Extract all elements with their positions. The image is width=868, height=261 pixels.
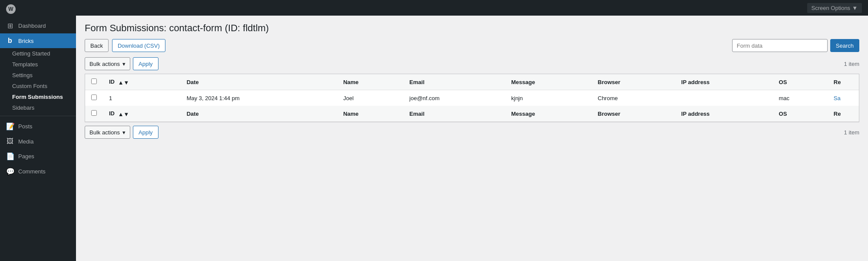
bricks-icon: b — [6, 37, 14, 45]
row-ip-address — [675, 90, 773, 106]
col-header-ip-address: IP address — [675, 74, 773, 90]
submissions-table: ID ▲▼ Date Name Email Message Browser IP… — [85, 74, 859, 122]
bulk-actions-top-bar: Bulk actions ▾ Apply 1 item — [85, 57, 859, 70]
bulk-actions-top-left: Bulk actions ▾ Apply — [85, 57, 158, 70]
submissions-table-wrapper: ID ▲▼ Date Name Email Message Browser IP… — [85, 74, 859, 122]
sidebar-subitem-templates[interactable]: Templates — [0, 59, 76, 70]
sidebar-item-posts[interactable]: 📝 Posts — [0, 119, 76, 134]
row-message: kjnjn — [505, 90, 591, 106]
row-checkbox[interactable] — [91, 95, 97, 100]
sidebar-item-comments[interactable]: 💬 Comments — [0, 164, 76, 179]
bulk-actions-bottom-bar: Bulk actions ▾ Apply 1 item — [85, 126, 859, 139]
sidebar-subitem-form-submissions[interactable]: Form Submissions — [0, 91, 76, 102]
chevron-down-icon: ▼ — [852, 5, 858, 11]
col-header-id[interactable]: ID ▲▼ — [103, 74, 181, 90]
sidebar: W ⊞ Dashboard b Bricks Getting Started T… — [0, 0, 76, 261]
search-input[interactable] — [732, 39, 828, 52]
bulk-actions-dropdown-top[interactable]: Bulk actions ▾ — [85, 57, 130, 70]
chevron-down-icon: ▾ — [122, 129, 125, 136]
select-all-checkbox-footer[interactable] — [91, 110, 97, 116]
sidebar-item-media[interactable]: 🖼 Media — [0, 134, 76, 149]
sidebar-subitem-getting-started[interactable]: Getting Started — [0, 48, 76, 59]
apply-button-top[interactable]: Apply — [133, 57, 158, 70]
wordpress-icon: W — [6, 4, 16, 14]
row-id: 1 — [103, 90, 181, 106]
page-title: Form Submissions: contact-form (ID: fldt… — [85, 23, 859, 34]
download-csv-button[interactable]: Download (CSV) — [112, 39, 165, 52]
bulk-actions-label: Bulk actions — [89, 61, 120, 67]
sidebar-item-label: Dashboard — [18, 23, 46, 29]
sidebar-item-dashboard[interactable]: ⊞ Dashboard — [0, 18, 76, 33]
col-header-browser: Browser — [592, 74, 675, 90]
col-header-email: Email — [403, 74, 505, 90]
media-icon: 🖼 — [6, 137, 14, 145]
table-header-row: ID ▲▼ Date Name Email Message Browser IP… — [85, 74, 859, 90]
table-footer-row: ID ▲▼ Date Name Email Message Browser IP… — [85, 106, 859, 122]
comments-icon: 💬 — [6, 167, 14, 176]
sidebar-subitem-settings[interactable]: Settings — [0, 70, 76, 81]
bulk-actions-label: Bulk actions — [89, 129, 120, 136]
row-email: joe@nf.com — [403, 90, 505, 106]
chevron-down-icon: ▾ — [122, 61, 125, 67]
sort-icon-id-footer: ▲▼ — [118, 111, 129, 117]
sidebar-item-pages[interactable]: 📄 Pages — [0, 149, 76, 164]
col-footer-browser: Browser — [592, 106, 675, 122]
row-re: Sa — [828, 90, 859, 106]
pages-icon: 📄 — [6, 152, 14, 160]
sidebar-item-label: Comments — [18, 168, 46, 175]
row-name: Joel — [337, 90, 403, 106]
col-footer-date: Date — [181, 106, 337, 122]
col-footer-os: OS — [773, 106, 828, 122]
row-browser: Chrome — [592, 90, 675, 106]
bulk-actions-bottom-left: Bulk actions ▾ Apply — [85, 126, 158, 139]
posts-icon: 📝 — [6, 122, 14, 130]
col-footer-message: Message — [505, 106, 591, 122]
content-area: Form Submissions: contact-form (ID: fldt… — [76, 16, 868, 261]
sidebar-item-label: Posts — [18, 123, 33, 130]
col-footer-re: Re — [828, 106, 859, 122]
select-all-checkbox[interactable] — [91, 78, 97, 84]
col-header-re: Re — [828, 74, 859, 90]
sidebar-subitem-custom-fonts[interactable]: Custom Fonts — [0, 81, 76, 91]
table-row: 1 May 3, 2024 1:44 pm Joel joe@nf.com kj… — [85, 90, 859, 106]
sidebar-item-label: Bricks — [18, 38, 33, 44]
sidebar-logo: W — [0, 0, 76, 18]
sidebar-subitem-sidebars[interactable]: Sidebars — [0, 102, 76, 113]
item-count-top: 1 item — [844, 61, 859, 67]
sidebar-item-label: Pages — [18, 153, 34, 160]
col-header-message: Message — [505, 74, 591, 90]
row-date: May 3, 2024 1:44 pm — [181, 90, 337, 106]
col-header-os: OS — [773, 74, 828, 90]
toolbar-right: Search — [732, 39, 859, 52]
col-footer-email: Email — [403, 106, 505, 122]
bulk-actions-dropdown-bottom[interactable]: Bulk actions ▾ — [85, 126, 130, 139]
col-footer-name: Name — [337, 106, 403, 122]
apply-button-bottom[interactable]: Apply — [133, 126, 158, 139]
dashboard-icon: ⊞ — [6, 22, 14, 30]
item-count-bottom: 1 item — [844, 129, 859, 136]
row-checkbox-cell — [85, 90, 103, 106]
sort-icon-id: ▲▼ — [118, 80, 129, 85]
col-header-date: Date — [181, 74, 337, 90]
topbar: Screen Options ▼ — [76, 0, 868, 16]
select-all-footer — [85, 106, 103, 122]
select-all-header — [85, 74, 103, 90]
main-content: Screen Options ▼ Form Submissions: conta… — [76, 0, 868, 261]
toolbar-left: Back Download (CSV) — [85, 39, 165, 52]
col-footer-ip-address: IP address — [675, 106, 773, 122]
sidebar-item-bricks[interactable]: b Bricks — [0, 33, 76, 48]
screen-options-button[interactable]: Screen Options ▼ — [807, 3, 862, 13]
top-toolbar: Back Download (CSV) Search — [85, 39, 859, 52]
col-footer-id[interactable]: ID ▲▼ — [103, 106, 181, 122]
screen-options-label: Screen Options — [812, 5, 851, 11]
col-header-name: Name — [337, 74, 403, 90]
row-os: mac — [773, 90, 828, 106]
search-button[interactable]: Search — [830, 39, 859, 52]
sidebar-item-label: Media — [18, 138, 33, 145]
back-button[interactable]: Back — [85, 39, 109, 52]
